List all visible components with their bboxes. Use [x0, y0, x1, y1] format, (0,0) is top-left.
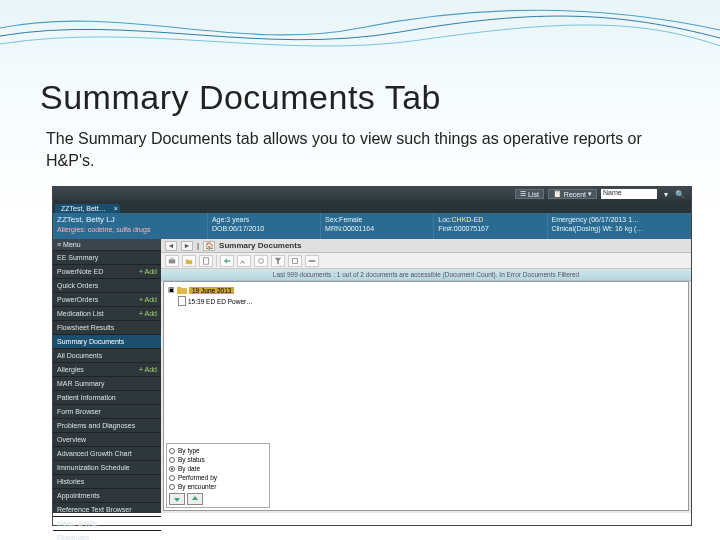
sort-panel: By typeBy statusBy datePerformed byBy en… — [166, 443, 270, 508]
sidebar-item-medication-list[interactable]: Medication List+ Add — [53, 307, 161, 321]
search-go-icon[interactable]: 🔍 — [675, 189, 685, 199]
radio-icon — [169, 484, 175, 490]
search-dropdown-icon[interactable]: ▾ — [661, 189, 671, 199]
sidebar-item-mar-summary[interactable]: MAR Summary — [53, 377, 161, 391]
sort-option-by-date[interactable]: By date — [169, 464, 267, 473]
chevron-down-icon: ▾ — [588, 190, 592, 198]
print-button[interactable] — [165, 255, 179, 267]
sort-option-label: Performed by — [178, 474, 217, 481]
document-node[interactable]: 15:39 ED ED Power… — [168, 296, 253, 306]
sidebar-header: ≡ Menu — [53, 239, 161, 251]
sidebar-item-label: Overview — [57, 436, 86, 443]
nav-back-button[interactable]: ◄ — [165, 241, 177, 251]
mrn-label: MRN: — [325, 225, 343, 232]
nav-home-button[interactable]: 🏠 — [203, 241, 215, 251]
dob-value: 06/17/2010 — [229, 225, 264, 232]
allergies-row: Allergies: codeine, sulfa drugs — [57, 225, 203, 234]
patient-name: ZZTest, Betty LJ — [57, 215, 203, 225]
loc-value: CHKD-ED — [452, 216, 484, 223]
allergies-value: codeine, sulfa drugs — [88, 226, 151, 233]
folder-node[interactable]: ▣ 19 June 2013 — [168, 286, 253, 294]
nav-separator: | — [197, 241, 199, 250]
sidebar: ≡ Menu EE SummaryPowerNote ED+ AddQuick … — [53, 239, 161, 513]
sidebar-item-immunization-schedule[interactable]: Immunization Schedule — [53, 461, 161, 475]
add-badge[interactable]: + Add — [139, 310, 157, 317]
sort-option-label: By date — [178, 465, 200, 472]
tree-collapse-icon[interactable]: ▣ — [168, 286, 175, 294]
sort-option-by-type[interactable]: By type — [169, 446, 267, 455]
properties-button[interactable] — [254, 255, 268, 267]
sidebar-item-label: Histories — [57, 478, 84, 485]
app-window: ☰ List 📋 Recent ▾ Name ▾ 🔍 ZZTest, Bett…… — [52, 186, 692, 526]
sidebar-item-allergies[interactable]: Allergies+ Add — [53, 363, 161, 377]
sidebar-item-meas-wts-[interactable]: Meas. & Wts. — [53, 517, 161, 531]
close-icon[interactable]: × — [114, 205, 118, 212]
sidebar-item-all-documents[interactable]: All Documents — [53, 349, 161, 363]
patient-tab-active[interactable]: ZZTest, Bett… × — [55, 204, 120, 213]
sidebar-item-patient-information[interactable]: Patient Information — [53, 391, 161, 405]
document-icon — [178, 296, 186, 306]
sex-label: Sex: — [325, 216, 339, 223]
sidebar-item-histories[interactable]: Histories — [53, 475, 161, 489]
recent-icon: 📋 — [553, 190, 562, 198]
sidebar-item-label: All Documents — [57, 352, 102, 359]
main-panel: ◄ ► | 🏠 Summary Documents — [161, 239, 691, 513]
nav-forward-button[interactable]: ► — [181, 241, 193, 251]
sidebar-item-overview[interactable]: Overview — [53, 433, 161, 447]
sidebar-item-appointments[interactable]: Appointments — [53, 489, 161, 503]
sidebar-item-label: Summary Documents — [57, 338, 124, 345]
sidebar-item-label: Quick Orders — [57, 282, 98, 289]
doc-toolbar — [161, 253, 691, 269]
sidebar-item-reference-text-browser[interactable]: Reference Text Browser — [53, 503, 161, 517]
document-pane: ▣ 19 June 2013 15:39 ED ED Power… By typ… — [163, 281, 689, 511]
sidebar-item-label: Flowsheet — [57, 534, 89, 540]
list-icon: ☰ — [520, 190, 526, 198]
name-search-input[interactable]: Name — [601, 189, 657, 199]
sort-option-label: By status — [178, 456, 205, 463]
sidebar-item-flowsheet[interactable]: Flowsheet — [53, 531, 161, 540]
patient-tab-label: ZZTest, Bett… — [61, 205, 106, 212]
collapse-button[interactable] — [288, 255, 302, 267]
sidebar-item-powerorders[interactable]: PowerOrders+ Add — [53, 293, 161, 307]
sidebar-item-advanced-growth-chart[interactable]: Advanced Growth Chart — [53, 447, 161, 461]
recent-button[interactable]: 📋 Recent ▾ — [548, 189, 597, 199]
sidebar-item-powernote-ed[interactable]: PowerNote ED+ Add — [53, 265, 161, 279]
sidebar-item-form-browser[interactable]: Form Browser — [53, 405, 161, 419]
svg-rect-5 — [309, 260, 315, 262]
open-button[interactable] — [182, 255, 196, 267]
dosing-label: Clinical(Dosing) Wt: 16 kg (… — [552, 224, 687, 233]
radio-icon — [169, 466, 175, 472]
forward-doc-button[interactable] — [220, 255, 234, 267]
preview-button[interactable] — [199, 255, 213, 267]
sidebar-item-problems-and-diagnoses[interactable]: Problems and Diagnoses — [53, 419, 161, 433]
add-badge[interactable]: + Add — [139, 268, 157, 275]
patient-tabs: ZZTest, Bett… × — [53, 201, 691, 213]
sort-down-button[interactable] — [169, 493, 185, 505]
sidebar-item-flowsheet-results[interactable]: Flowsheet Results — [53, 321, 161, 335]
more-button[interactable] — [305, 255, 319, 267]
breadcrumb-bar: ◄ ► | 🏠 Summary Documents — [161, 239, 691, 253]
svg-rect-4 — [293, 258, 298, 263]
filter-button[interactable] — [271, 255, 285, 267]
sort-up-button[interactable] — [187, 493, 203, 505]
add-badge[interactable]: + Add — [139, 296, 157, 303]
add-badge[interactable]: + Add — [139, 366, 157, 373]
sidebar-item-label: Patient Information — [57, 394, 116, 401]
sidebar-item-summary-documents[interactable]: Summary Documents — [53, 335, 161, 349]
sidebar-item-label: EE Summary — [57, 254, 98, 261]
sidebar-item-ee-summary[interactable]: EE Summary — [53, 251, 161, 265]
patient-info-bar: ZZTest, Betty LJ Allergies: codeine, sul… — [53, 213, 691, 239]
age-value: 3 years — [226, 216, 249, 223]
sidebar-item-label: Flowsheet Results — [57, 324, 114, 331]
sidebar-item-quick-orders[interactable]: Quick Orders — [53, 279, 161, 293]
sign-button[interactable] — [237, 255, 251, 267]
menu-collapse-icon[interactable]: ≡ — [57, 241, 61, 248]
sort-option-by-status[interactable]: By status — [169, 455, 267, 464]
dob-label: DOB: — [212, 225, 229, 232]
sort-option-performed-by[interactable]: Performed by — [169, 473, 267, 482]
list-button[interactable]: ☰ List — [515, 189, 544, 199]
sort-option-label: By encounter — [178, 483, 216, 490]
document-tree: ▣ 19 June 2013 15:39 ED ED Power… — [168, 286, 253, 306]
sort-option-by-encounter[interactable]: By encounter — [169, 482, 267, 491]
document-label: 15:39 ED ED Power… — [188, 298, 253, 305]
